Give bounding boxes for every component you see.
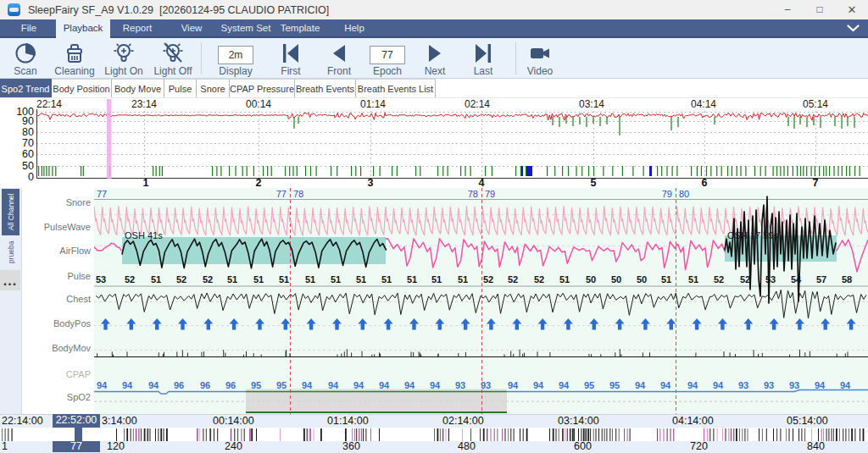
svg-text:52: 52	[508, 274, 518, 285]
svg-text:95: 95	[251, 380, 261, 390]
svg-text:50: 50	[586, 274, 596, 285]
svg-text:94: 94	[404, 380, 415, 390]
svg-text:51: 51	[151, 274, 161, 285]
svg-text:OSH 41s: OSH 41s	[125, 230, 163, 240]
svg-text:22:14: 22:14	[36, 98, 62, 110]
svg-text:03:14: 03:14	[579, 98, 604, 110]
svg-text:7: 7	[813, 177, 819, 188]
svg-text:51: 51	[458, 274, 468, 285]
svg-text:93: 93	[738, 380, 748, 390]
svg-text:51: 51	[305, 274, 315, 285]
svg-text:2: 2	[256, 177, 262, 188]
svg-text:93: 93	[481, 380, 491, 390]
svg-text:94: 94	[559, 380, 570, 390]
svg-text:70: 70	[22, 137, 34, 149]
svg-text:51: 51	[688, 274, 698, 285]
svg-text:96: 96	[200, 380, 210, 390]
svg-text:78: 78	[293, 189, 303, 199]
svg-text:90: 90	[22, 115, 34, 127]
svg-text:94: 94	[302, 380, 313, 390]
svg-text:94: 94	[148, 380, 159, 390]
svg-text:94: 94	[430, 380, 441, 390]
svg-text:5: 5	[591, 177, 597, 188]
svg-text:94: 94	[328, 380, 339, 390]
svg-text:94: 94	[379, 380, 390, 390]
svg-text:96: 96	[174, 380, 184, 390]
svg-text:77: 77	[97, 189, 107, 199]
svg-text:80: 80	[679, 189, 689, 199]
svg-text:51: 51	[559, 274, 570, 285]
svg-text:95: 95	[276, 380, 287, 390]
svg-text:52: 52	[534, 274, 544, 285]
svg-text:94: 94	[713, 380, 724, 390]
svg-text:52: 52	[203, 274, 213, 285]
svg-text:79: 79	[662, 189, 672, 199]
svg-text:00:14: 00:14	[246, 98, 271, 110]
svg-text:52: 52	[740, 274, 750, 285]
svg-text:95: 95	[609, 380, 620, 390]
svg-text:51: 51	[279, 274, 289, 285]
svg-text:02:14: 02:14	[465, 98, 490, 110]
svg-text:50: 50	[637, 274, 647, 285]
svg-text:53: 53	[96, 274, 106, 285]
svg-text:53: 53	[765, 274, 776, 285]
svg-text:94: 94	[687, 380, 698, 390]
svg-text:23:14: 23:14	[131, 98, 157, 110]
svg-text:93: 93	[789, 380, 799, 390]
svg-text:51: 51	[381, 274, 392, 285]
svg-text:52: 52	[176, 274, 186, 285]
svg-text:57: 57	[816, 274, 826, 285]
svg-text:58: 58	[842, 274, 852, 285]
svg-text:52: 52	[714, 274, 724, 285]
svg-text:77: 77	[276, 189, 287, 199]
svg-text:52: 52	[483, 274, 493, 285]
svg-text:01:14: 01:14	[360, 98, 386, 110]
svg-text:96: 96	[225, 380, 236, 390]
svg-text:51: 51	[431, 274, 442, 285]
svg-text:1: 1	[143, 177, 149, 188]
svg-text:94: 94	[97, 380, 108, 390]
svg-text:94: 94	[508, 380, 519, 390]
svg-text:94: 94	[660, 380, 671, 390]
svg-text:93: 93	[455, 380, 465, 390]
svg-text:51: 51	[356, 274, 366, 285]
svg-text:51: 51	[253, 274, 264, 285]
svg-text:50: 50	[611, 274, 621, 285]
svg-text:95: 95	[584, 380, 594, 390]
svg-text:05:14: 05:14	[803, 98, 828, 110]
svg-text:0: 0	[28, 171, 34, 183]
svg-text:60: 60	[22, 148, 34, 160]
svg-text:50: 50	[22, 160, 34, 172]
svg-text:80: 80	[22, 126, 34, 138]
svg-text:3: 3	[368, 177, 374, 188]
svg-text:51: 51	[227, 274, 237, 285]
svg-text:94: 94	[353, 380, 364, 390]
svg-text:78: 78	[468, 189, 478, 199]
svg-text:52: 52	[125, 274, 135, 285]
svg-text:54: 54	[791, 274, 802, 285]
svg-text:79: 79	[485, 189, 495, 199]
svg-text:93: 93	[764, 380, 774, 390]
svg-text:OSH 17.59s: OSH 17.59s	[727, 230, 778, 240]
svg-text:51: 51	[407, 274, 417, 285]
svg-text:94: 94	[840, 380, 851, 390]
svg-text:04:14: 04:14	[691, 98, 716, 110]
svg-text:51: 51	[661, 274, 671, 285]
svg-text:6: 6	[702, 177, 708, 188]
svg-text:94: 94	[635, 380, 646, 390]
svg-text:94: 94	[533, 380, 544, 390]
svg-text:51: 51	[331, 274, 341, 285]
svg-text:94: 94	[122, 380, 133, 390]
svg-text:4: 4	[479, 177, 485, 188]
svg-text:94: 94	[815, 380, 826, 390]
